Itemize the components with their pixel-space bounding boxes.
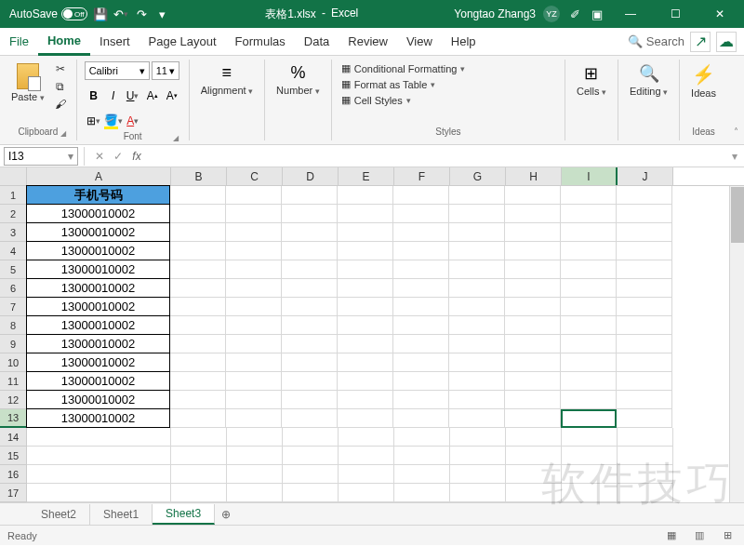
cell-I12[interactable] xyxy=(561,391,617,409)
cell-G9[interactable] xyxy=(449,335,505,353)
cells-button[interactable]: ⊞Cells xyxy=(573,61,610,126)
cell-J14[interactable] xyxy=(618,428,673,447)
col-header-J[interactable]: J xyxy=(618,167,673,185)
font-name-select[interactable]: Calibri▾ xyxy=(85,61,150,80)
cell-C12[interactable] xyxy=(226,391,282,409)
cell-G3[interactable] xyxy=(449,223,505,242)
col-header-A[interactable]: A xyxy=(27,167,171,185)
cell-B1[interactable] xyxy=(170,186,226,205)
undo-icon[interactable]: ↶ xyxy=(113,7,128,21)
cell-A4[interactable]: 13000010002 xyxy=(26,241,170,260)
normal-view-icon[interactable]: ▦ xyxy=(662,528,681,543)
cell-H11[interactable] xyxy=(505,372,561,391)
cell-D7[interactable] xyxy=(282,298,338,316)
cell-J5[interactable] xyxy=(617,260,672,279)
cell-I7[interactable] xyxy=(561,298,617,316)
name-box[interactable]: I13▾ xyxy=(4,147,78,166)
cell-C1[interactable] xyxy=(226,186,282,205)
cell-E14[interactable] xyxy=(339,428,394,447)
italic-button[interactable]: I xyxy=(104,87,123,105)
cut-icon[interactable]: ✂ xyxy=(52,61,69,76)
col-header-C[interactable]: C xyxy=(227,167,283,185)
cell-D14[interactable] xyxy=(283,428,339,447)
cell-F10[interactable] xyxy=(393,353,449,372)
enter-formula-icon[interactable]: ✓ xyxy=(109,147,127,166)
cell-H7[interactable] xyxy=(505,298,561,316)
cell-A3[interactable]: 13000010002 xyxy=(26,222,170,242)
redo-icon[interactable]: ↷ xyxy=(134,7,149,21)
cell-A15[interactable] xyxy=(27,447,171,465)
cell-G14[interactable] xyxy=(450,428,506,447)
cell-D12[interactable] xyxy=(282,391,338,409)
menu-view[interactable]: View xyxy=(397,28,442,55)
cell-D16[interactable] xyxy=(283,465,339,484)
search-button[interactable]: 🔍Search xyxy=(628,34,684,48)
avatar[interactable]: YZ xyxy=(543,6,560,22)
row-header-4[interactable]: 4 xyxy=(0,242,27,260)
cell-F5[interactable] xyxy=(393,260,449,279)
row-header-14[interactable]: 14 xyxy=(0,428,27,447)
cell-J17[interactable] xyxy=(618,484,673,502)
cell-A8[interactable]: 13000010002 xyxy=(26,315,170,335)
row-header-2[interactable]: 2 xyxy=(0,205,27,223)
cell-B16[interactable] xyxy=(171,465,227,484)
cell-A11[interactable]: 13000010002 xyxy=(26,371,170,391)
cell-F1[interactable] xyxy=(393,186,449,205)
cell-B7[interactable] xyxy=(170,298,226,316)
cell-A17[interactable] xyxy=(27,484,171,502)
cell-F12[interactable] xyxy=(393,391,449,409)
col-header-E[interactable]: E xyxy=(339,167,394,185)
border-button[interactable]: ⊞ xyxy=(85,112,103,130)
cell-E3[interactable] xyxy=(338,223,393,242)
row-header-17[interactable]: 17 xyxy=(0,484,27,502)
cell-A1[interactable]: 手机号码 xyxy=(26,185,170,205)
cell-E1[interactable] xyxy=(338,186,393,205)
cell-F15[interactable] xyxy=(394,447,450,465)
user-name[interactable]: Yongtao Zhang3 xyxy=(454,7,536,20)
cell-B11[interactable] xyxy=(170,372,226,391)
cell-G8[interactable] xyxy=(449,316,505,335)
cell-H14[interactable] xyxy=(506,428,562,447)
cell-C6[interactable] xyxy=(226,279,282,298)
cell-F2[interactable] xyxy=(393,205,449,223)
cell-J15[interactable] xyxy=(618,447,673,465)
cell-A13[interactable]: 13000010002 xyxy=(26,408,170,428)
cell-J10[interactable] xyxy=(617,353,672,372)
cell-C9[interactable] xyxy=(226,335,282,353)
cell-I3[interactable] xyxy=(561,223,617,242)
conditional-formatting-button[interactable]: ▦Conditional Formatting xyxy=(339,61,468,75)
comments-button[interactable]: ☁ xyxy=(716,32,737,52)
cell-G7[interactable] xyxy=(449,298,505,316)
cell-B14[interactable] xyxy=(171,428,227,447)
menu-formulas[interactable]: Formulas xyxy=(226,28,295,55)
cell-C4[interactable] xyxy=(226,242,282,260)
row-header-7[interactable]: 7 xyxy=(0,298,27,316)
cell-D1[interactable] xyxy=(282,186,338,205)
page-layout-view-icon[interactable]: ▥ xyxy=(690,528,709,543)
cell-A7[interactable]: 13000010002 xyxy=(26,297,170,316)
cell-E7[interactable] xyxy=(338,298,393,316)
cell-E5[interactable] xyxy=(338,260,393,279)
cell-H10[interactable] xyxy=(505,353,561,372)
cell-F17[interactable] xyxy=(394,484,450,502)
cell-C11[interactable] xyxy=(226,372,282,391)
cell-A16[interactable] xyxy=(27,465,171,484)
cell-B15[interactable] xyxy=(171,447,227,465)
row-header-6[interactable]: 6 xyxy=(0,279,27,298)
row-header-15[interactable]: 15 xyxy=(0,447,27,465)
cell-B5[interactable] xyxy=(170,260,226,279)
underline-button[interactable]: U xyxy=(124,87,142,105)
minimize-button[interactable]: — xyxy=(612,0,649,28)
cell-D2[interactable] xyxy=(282,205,338,223)
cell-F11[interactable] xyxy=(393,372,449,391)
menu-review[interactable]: Review xyxy=(339,28,397,55)
cell-F16[interactable] xyxy=(394,465,450,484)
cell-B13[interactable] xyxy=(170,409,226,428)
cell-A12[interactable]: 13000010002 xyxy=(26,390,170,409)
row-header-1[interactable]: 1 xyxy=(0,186,27,205)
cell-C3[interactable] xyxy=(226,223,282,242)
cell-C8[interactable] xyxy=(226,316,282,335)
col-header-H[interactable]: H xyxy=(506,167,562,185)
cell-A10[interactable]: 13000010002 xyxy=(26,353,170,372)
page-break-view-icon[interactable]: ⊞ xyxy=(718,528,737,543)
